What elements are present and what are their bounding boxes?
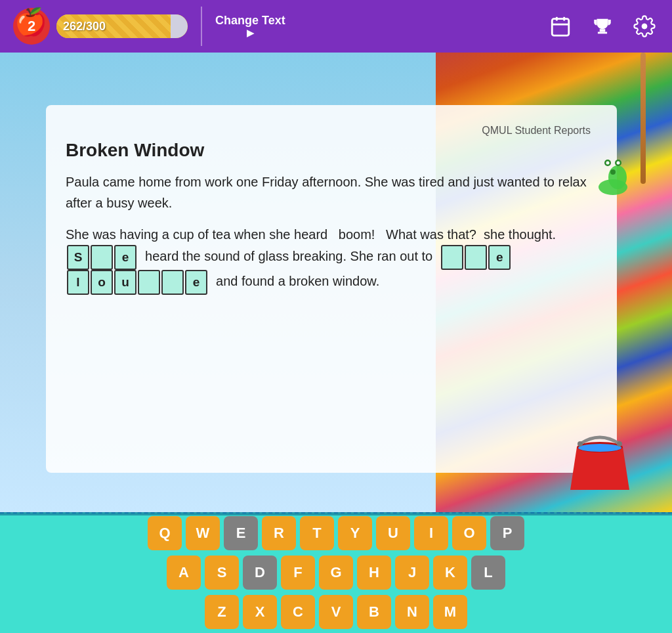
reading-card: QMUL Student Reports Broken Window Paula… (46, 105, 617, 473)
key-d[interactable]: D (243, 556, 277, 590)
word-blanks-2: e (441, 245, 511, 270)
progress-text: 262/300 (63, 20, 106, 33)
para2-mid: heard the sound of glass breaking. She r… (142, 249, 436, 263)
key-o[interactable]: O (452, 516, 486, 550)
calendar-icon[interactable] (546, 12, 575, 41)
letter-box[interactable]: u (114, 270, 136, 295)
progress-remaining (171, 14, 188, 38)
snake-decoration (590, 144, 636, 206)
key-h[interactable]: H (357, 556, 391, 590)
divider (201, 7, 202, 46)
para1-text: Paula came home from work one Friday aft… (66, 175, 587, 210)
para2-after: and found a broken window. (213, 274, 380, 288)
key-u[interactable]: U (376, 516, 410, 550)
svg-point-17 (578, 444, 621, 452)
key-s[interactable]: S (205, 556, 239, 590)
key-k[interactable]: K (433, 556, 467, 590)
progress-bar: 262/300 (56, 14, 188, 38)
svg-point-15 (610, 169, 616, 175)
paragraph-1: Paula came home from work one Friday aft… (66, 171, 591, 213)
svg-point-9 (608, 165, 627, 189)
svg-point-18 (578, 441, 583, 447)
paragraph-2: She was having a cup of tea when she hea… (66, 224, 591, 295)
svg-point-19 (617, 441, 622, 447)
letter-box[interactable] (465, 245, 487, 270)
header-right-icons (546, 12, 659, 41)
key-f[interactable]: F (281, 556, 315, 590)
keyboard-row-1: QWERTYUIOP (148, 516, 524, 550)
svg-rect-0 (552, 19, 569, 35)
svg-point-7 (642, 24, 648, 30)
letter-box[interactable]: l (67, 270, 89, 295)
letter-box[interactable]: e (488, 245, 511, 270)
key-r[interactable]: R (262, 516, 296, 550)
card-attribution: QMUL Student Reports (66, 125, 591, 137)
key-q[interactable]: Q (148, 516, 182, 550)
header: 2 262/300 Change Text ▶ (0, 0, 672, 53)
letter-box[interactable]: e (185, 270, 207, 295)
letter-box[interactable] (138, 270, 160, 295)
change-text-button[interactable]: Change Text ▶ (215, 14, 285, 39)
keyboard-row-3: ZXCVBNM (205, 595, 467, 629)
key-x[interactable]: X (243, 595, 277, 629)
key-j[interactable]: J (395, 556, 429, 590)
letter-box[interactable] (91, 245, 113, 270)
story-title: Broken Window (66, 140, 591, 161)
key-l[interactable]: L (471, 556, 505, 590)
letter-box[interactable]: e (114, 245, 136, 270)
key-z[interactable]: Z (205, 595, 239, 629)
bucket-decoration (564, 424, 636, 499)
key-e[interactable]: E (224, 516, 258, 550)
key-m[interactable]: M (433, 595, 467, 629)
key-c[interactable]: C (281, 595, 315, 629)
trophy-icon[interactable] (588, 12, 617, 41)
key-g[interactable]: G (319, 556, 353, 590)
letter-box[interactable] (161, 270, 184, 295)
svg-point-13 (606, 162, 610, 165)
key-v[interactable]: V (319, 595, 353, 629)
level-number: 2 (28, 18, 35, 35)
key-y[interactable]: Y (338, 516, 372, 550)
change-text-arrow: ▶ (247, 28, 254, 39)
para2-before: She was having a cup of tea when she hea… (66, 227, 560, 242)
key-p[interactable]: P (490, 516, 524, 550)
svg-point-14 (617, 162, 620, 165)
svg-rect-4 (600, 29, 606, 32)
key-w[interactable]: W (186, 516, 220, 550)
apple-badge: 2 (13, 8, 50, 45)
letter-box[interactable]: o (91, 270, 113, 295)
key-b[interactable]: B (357, 595, 391, 629)
svg-rect-5 (598, 32, 607, 34)
word-blanks-3: l o u e (67, 270, 207, 295)
key-t[interactable]: T (300, 516, 334, 550)
key-a[interactable]: A (167, 556, 201, 590)
story-text: Paula came home from work one Friday aft… (66, 171, 591, 295)
letter-box[interactable]: S (67, 245, 89, 270)
change-text-label: Change Text (215, 14, 285, 28)
keyboard-row-2: ASDFGHJKL (167, 556, 505, 590)
background-area: QMUL Student Reports Broken Window Paula… (0, 53, 672, 512)
letter-box[interactable] (441, 245, 463, 270)
key-n[interactable]: N (395, 595, 429, 629)
key-i[interactable]: I (414, 516, 448, 550)
settings-icon[interactable] (630, 12, 659, 41)
keyboard-area: QWERTYUIOP ASDFGHJKL ZXCVBNM (0, 512, 672, 633)
word-blanks-1: S e (67, 245, 136, 270)
